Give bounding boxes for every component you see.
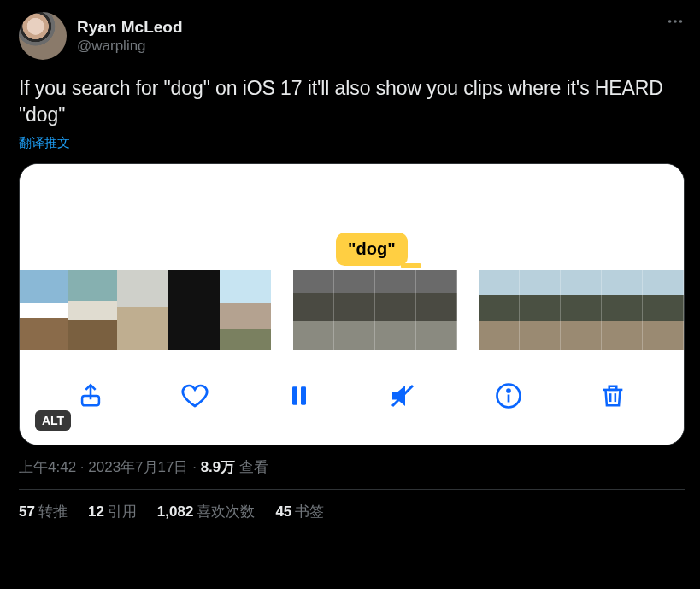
svg-rect-4 — [292, 386, 297, 404]
marker-icon — [401, 263, 421, 268]
clip-thumbnail[interactable] — [168, 270, 220, 352]
divider — [19, 489, 685, 490]
tweet-meta: 上午4:42 · 2023年7月17日 · 8.9万 查看 — [19, 457, 685, 477]
clip-thumbnail[interactable] — [561, 270, 602, 352]
clip-thumbnail[interactable] — [602, 270, 643, 352]
timeline-row[interactable] — [20, 270, 684, 352]
share-icon[interactable] — [76, 381, 105, 414]
mute-icon[interactable] — [387, 380, 418, 415]
retweet-stat[interactable]: 57转推 — [19, 502, 68, 521]
clip-thumbnail[interactable] — [416, 270, 457, 352]
stats-row: 57转推 12引用 1,082喜欢次数 45书签 — [19, 502, 685, 521]
info-icon[interactable] — [493, 380, 524, 415]
bookmark-stat[interactable]: 45书签 — [275, 502, 324, 521]
tweet-text: If you search for "dog" on iOS 17 it'll … — [19, 75, 685, 128]
svg-rect-5 — [301, 386, 306, 404]
author-display-name[interactable]: Ryan McLeod — [77, 17, 183, 38]
clip-group-3[interactable] — [479, 270, 684, 352]
media-toolbar — [20, 350, 684, 445]
svg-point-0 — [668, 20, 672, 23]
avatar[interactable] — [19, 12, 67, 60]
clip-thumbnail[interactable] — [479, 270, 520, 352]
clip-thumbnail[interactable] — [293, 270, 334, 352]
clip-thumbnail[interactable] — [220, 270, 271, 352]
clip-thumbnail[interactable] — [375, 270, 416, 352]
alt-badge[interactable]: ALT — [35, 410, 71, 431]
pause-icon[interactable] — [285, 382, 313, 413]
translate-link[interactable]: 翻译推文 — [19, 135, 70, 151]
quote-stat[interactable]: 12引用 — [88, 502, 137, 521]
tweet-date[interactable]: 2023年7月17日 — [88, 459, 188, 475]
author-handle[interactable]: @warpling — [77, 37, 183, 55]
svg-point-2 — [679, 20, 683, 23]
tweet-container: Ryan McLeod @warpling If you search for … — [0, 0, 700, 527]
heart-icon[interactable] — [179, 380, 210, 415]
clip-group-2[interactable] — [293, 270, 457, 352]
svg-point-1 — [674, 20, 677, 23]
trash-icon[interactable] — [598, 381, 627, 414]
clip-thumbnail[interactable] — [68, 270, 117, 352]
clip-thumbnail[interactable] — [643, 270, 684, 352]
views-count[interactable]: 8.9万 — [201, 459, 236, 475]
clip-group-1[interactable] — [20, 270, 271, 352]
clip-thumbnail[interactable] — [520, 270, 561, 352]
media-top: "dog" — [20, 164, 684, 270]
clip-thumbnail[interactable] — [20, 270, 68, 352]
svg-point-8 — [507, 390, 509, 392]
like-stat[interactable]: 1,082喜欢次数 — [157, 502, 256, 521]
clip-thumbnail[interactable] — [117, 270, 168, 352]
media-card[interactable]: "dog" — [19, 163, 685, 445]
clip-thumbnail[interactable] — [334, 270, 375, 352]
views-label: 查看 — [239, 459, 268, 475]
tweet-time[interactable]: 上午4:42 — [19, 459, 76, 475]
tweet-header: Ryan McLeod @warpling — [19, 12, 685, 60]
search-term-badge: "dog" — [336, 233, 408, 266]
more-button[interactable] — [666, 12, 685, 34]
